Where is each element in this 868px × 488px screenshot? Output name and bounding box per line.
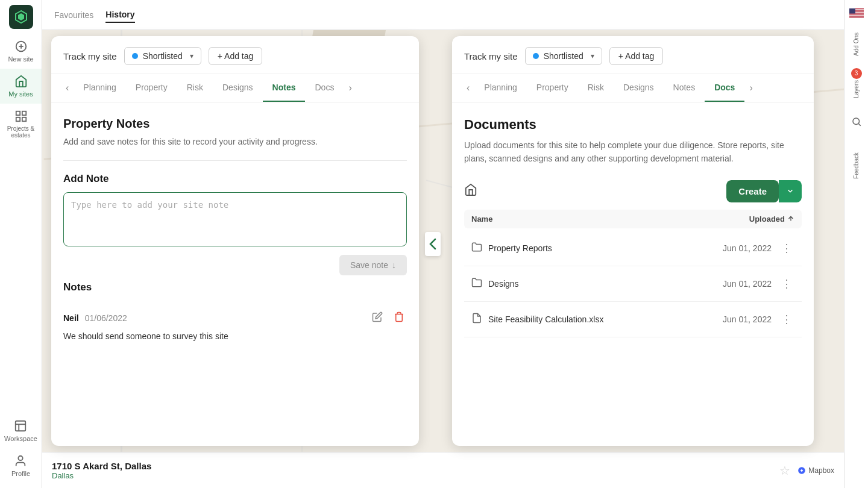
collapse-panel-button[interactable] [425,232,441,256]
doc-row-designs[interactable]: Designs Jun 01, 2022 ⋮ [464,266,802,302]
doc-row-feasibility[interactable]: Site Feasibility Calculation.xlsx Jun 01… [464,302,802,337]
sidebar-item-projects[interactable]: Projects & estates [0,104,42,145]
tab-risk-left[interactable]: Risk [177,74,213,102]
search-icon [851,116,862,127]
svg-rect-4 [22,111,25,115]
status-label-left: Shortlisted [143,51,183,61]
tab-risk-right[interactable]: Risk [578,74,614,102]
sidebar-item-profile-label: Profile [11,470,30,477]
note-textarea[interactable] [63,192,407,246]
notes-list-title: Notes [63,275,407,293]
tab-docs-right[interactable]: Docs [705,74,744,102]
bottom-bar: 1710 S Akard St, Dallas Dallas ☆ Mapbox [42,452,844,488]
tab-planning-right[interactable]: Planning [474,74,527,102]
docs-table-header: Name Uploaded [464,210,802,228]
svg-rect-15 [849,14,864,14]
docs-home-icon[interactable] [464,183,477,199]
svg-rect-7 [16,421,26,431]
save-note-button[interactable]: Save note ↓ [339,255,407,275]
tab-next-left[interactable]: › [344,74,356,102]
edit-note-button[interactable] [370,309,385,327]
sidebar-item-workspace[interactable]: Workspace [2,413,40,448]
right-panel-search[interactable] [851,110,862,136]
docs-content: Documents Upload documents for this site… [452,102,814,440]
app-logo[interactable] [9,5,33,29]
tab-prev-left[interactable]: ‹ [61,74,74,102]
sort-icon [787,215,794,222]
save-note-arrow-icon: ↓ [392,260,396,270]
tab-notes-right[interactable]: Notes [664,74,705,102]
tab-history[interactable]: History [105,7,134,23]
docs-panel: Track my site Shortlisted ▾ + Add tag ‹ … [452,36,814,446]
favourite-star-button[interactable]: ☆ [779,463,790,478]
folder-icon-2 [471,277,482,290]
sidebar-item-my-sites[interactable]: My sites [0,69,42,104]
doc-menu-property-reports[interactable]: ⋮ [779,239,794,257]
right-panel-feedback[interactable]: Feedback [853,152,860,179]
add-tag-button-left[interactable]: + Add tag [209,47,263,65]
layers-badge: 3 [851,68,862,79]
note-text: We should send someone to survey this si… [63,330,407,343]
docs-desc: Upload documents for this site to help c… [464,139,802,166]
doc-menu-feasibility[interactable]: ⋮ [779,310,794,328]
add-note-title: Add Note [63,173,407,185]
tab-property-left[interactable]: Property [126,74,177,102]
sidebar-bottom: Workspace Profile [2,413,40,483]
user-icon [14,454,27,468]
add-tag-button-right[interactable]: + Add tag [609,47,664,65]
note-meta: Neil 01/06/2022 [63,309,407,327]
sidebar-item-workspace-label: Workspace [4,435,37,442]
create-button[interactable]: Create [726,180,779,202]
topbar: Favourites History [42,0,868,30]
right-addons-panel: Add Ons 3 Layers Feedback [844,0,868,488]
status-dropdown-right[interactable]: Shortlisted ▾ [525,47,602,65]
doc-menu-designs[interactable]: ⋮ [779,275,794,293]
status-dropdown-left[interactable]: Shortlisted ▾ [124,47,201,65]
notes-content: Property Notes Add and save notes for th… [51,102,419,440]
folder-icon [471,242,482,252]
tab-docs-left[interactable]: Docs [305,74,344,102]
tab-prev-right[interactable]: ‹ [462,74,474,102]
docs-panel-header: Track my site Shortlisted ▾ + Add tag [452,36,814,74]
right-panel-layers[interactable]: 3 Layers [851,68,862,98]
doc-date-feasibility: Jun 01, 2022 [723,314,772,324]
file-icon [471,313,482,324]
tab-notes-left[interactable]: Notes [263,74,306,102]
plus-circle-icon [14,40,28,53]
folder-icon-1 [471,242,482,255]
address-main: 1710 S Akard St, Dallas [52,461,772,471]
svg-rect-3 [16,111,19,115]
mapbox-label: Mapbox [808,466,834,475]
us-flag[interactable] [849,6,864,20]
tab-favourites[interactable]: Favourites [54,8,93,22]
doc-name-feasibility: Site Feasibility Calculation.xlsx [488,314,723,324]
status-label-right: Shortlisted [544,51,583,61]
flag-icon [849,8,864,18]
tab-planning-left[interactable]: Planning [74,74,126,102]
note-item: Neil 01/06/2022 We s [63,302,407,350]
tab-designs-left[interactable]: Designs [213,74,263,102]
tab-next-right[interactable]: › [744,74,757,102]
chevron-left-icon [429,238,436,250]
layout-icon [14,419,27,433]
doc-row-property-reports[interactable]: Property Reports Jun 01, 2022 ⋮ [464,231,802,266]
notes-panel: Track my site Shortlisted ▾ + Add tag ‹ … [51,36,419,446]
sidebar-item-new-site[interactable]: New site [0,34,42,69]
create-dropdown-button[interactable] [779,180,802,202]
grid-icon [14,110,28,123]
sidebar-item-profile[interactable]: Profile [2,448,40,483]
doc-date-designs: Jun 01, 2022 [723,279,772,289]
bottom-address: 1710 S Akard St, Dallas Dallas [52,461,772,480]
tab-property-right[interactable]: Property [527,74,578,102]
docs-toolbar: Create [464,180,802,202]
svg-rect-18 [849,8,855,14]
right-panel-addons[interactable]: Add Ons [853,33,860,56]
tab-designs-right[interactable]: Designs [614,74,664,102]
layers-label: Layers [853,80,860,98]
col-uploaded-label: Uploaded [749,214,785,224]
home-docs-icon [464,183,477,196]
docs-table: Name Uploaded Property Reports Jun 01, 2… [464,210,802,337]
address-sub[interactable]: Dallas [52,471,772,480]
delete-note-button[interactable] [391,309,407,327]
svg-rect-5 [16,117,19,121]
